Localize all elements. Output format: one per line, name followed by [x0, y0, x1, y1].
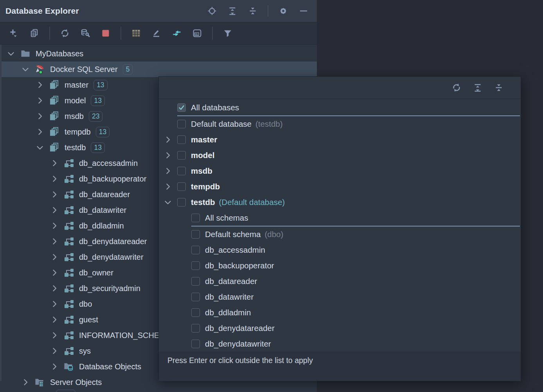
popup-row[interactable]: db_denydatareader: [159, 320, 521, 336]
popup-row[interactable]: model: [159, 147, 521, 163]
edit-icon: [152, 29, 161, 38]
popup-row[interactable]: db_denydatawriter: [159, 336, 521, 352]
tree-row[interactable]: MyDatabases: [0, 46, 317, 61]
popup-item-label: db_accessadmin: [205, 245, 265, 255]
checkbox[interactable]: [191, 293, 200, 301]
chevron-right-icon[interactable]: [50, 237, 59, 246]
chevron-right-icon[interactable]: [50, 362, 59, 371]
schema-icon: [64, 174, 74, 184]
stop-button[interactable]: [100, 28, 111, 39]
checkbox[interactable]: [191, 324, 200, 333]
chevron-right-icon[interactable]: [50, 346, 59, 356]
chevron-right-icon[interactable]: [35, 80, 45, 90]
chevron-down-icon[interactable]: [21, 65, 30, 74]
panel-left-strip: [0, 45, 2, 381]
checkbox[interactable]: [191, 214, 200, 222]
popup-row[interactable]: master: [159, 132, 521, 147]
locate-button[interactable]: [207, 5, 218, 16]
table-button[interactable]: [131, 28, 142, 39]
chevron-down-icon[interactable]: [163, 198, 173, 207]
chevron-right-icon[interactable]: [50, 158, 59, 168]
popup-row[interactable]: db_backupoperator: [159, 258, 521, 273]
checkbox[interactable]: [177, 103, 186, 112]
popup-row[interactable]: db_datareader: [159, 273, 521, 289]
popup-item-label: tempdb: [191, 182, 220, 191]
popup-row[interactable]: Default schema(dbo): [159, 227, 521, 242]
chevron-right-icon[interactable]: [50, 252, 59, 262]
popup-row[interactable]: testdb(Default database): [159, 194, 521, 210]
chevron-down-icon[interactable]: [35, 143, 45, 152]
popup-row[interactable]: db_ddladmin: [159, 305, 521, 320]
console-button[interactable]: QL: [192, 28, 203, 39]
checkbox[interactable]: [191, 308, 200, 317]
popup-row[interactable]: All schemas: [159, 210, 521, 226]
hide-button[interactable]: [298, 5, 309, 16]
count-badge: 13: [91, 95, 104, 106]
chevron-right-icon[interactable]: [50, 299, 59, 309]
chevron-right-icon[interactable]: [21, 378, 30, 387]
filter-button[interactable]: [222, 28, 233, 39]
checkbox[interactable]: [191, 246, 200, 254]
popup-row[interactable]: tempdb: [159, 179, 521, 194]
checkbox[interactable]: [191, 230, 200, 239]
tree-item-label: Docker SQL Server: [50, 65, 118, 74]
chevron-right-icon[interactable]: [35, 111, 45, 121]
popup-row[interactable]: All databases: [159, 100, 521, 115]
add-button[interactable]: [9, 28, 20, 39]
popup-list: All databasesDefault database(testdb)mas…: [159, 99, 521, 352]
stop-icon: [101, 29, 110, 38]
chevron-right-icon[interactable]: [50, 284, 59, 293]
chevron-right-icon[interactable]: [50, 331, 59, 340]
expand-all-button[interactable]: [472, 82, 483, 93]
popup-footer: Press Enter or click outside the list to…: [159, 352, 521, 381]
checkbox[interactable]: [177, 167, 186, 175]
chevron-right-icon[interactable]: [50, 268, 59, 277]
count-badge: 5: [123, 64, 133, 75]
chevron-right-icon[interactable]: [50, 190, 59, 199]
popup-item-label: Default schema: [205, 230, 261, 239]
chevron-down-icon[interactable]: [6, 49, 16, 58]
schema-icon: [64, 189, 74, 200]
settings-button[interactable]: [278, 5, 289, 16]
panel-title: Database Explorer: [5, 6, 79, 16]
checkbox[interactable]: [191, 340, 200, 348]
chevron-right-icon[interactable]: [50, 205, 59, 215]
tree-item-label: sys: [79, 347, 91, 356]
tree-row[interactable]: Docker SQL Server5: [0, 61, 317, 77]
chevron-right-icon[interactable]: [50, 174, 59, 183]
checkbox[interactable]: [177, 151, 186, 160]
svg-text:QL: QL: [195, 33, 198, 36]
refresh-button[interactable]: [451, 82, 462, 93]
collapse-all-button[interactable]: [493, 82, 504, 93]
checkbox[interactable]: [177, 135, 186, 144]
refresh-button[interactable]: [59, 28, 70, 39]
chevron-right-icon[interactable]: [50, 315, 59, 324]
popup-row[interactable]: Default database(testdb): [159, 116, 521, 132]
checkbox[interactable]: [177, 198, 186, 207]
chevron-right-icon[interactable]: [163, 166, 173, 176]
popup-row[interactable]: db_accessadmin: [159, 242, 521, 258]
collapse-all-button[interactable]: [247, 5, 258, 16]
chevron-right-icon[interactable]: [50, 221, 59, 230]
expand-all-button[interactable]: [227, 5, 238, 16]
tree-item-label: db_datareader: [79, 190, 130, 199]
data-source-properties-button[interactable]: [80, 28, 91, 39]
checkbox[interactable]: [191, 277, 200, 286]
edit-button[interactable]: [151, 28, 162, 39]
chevron-right-icon[interactable]: [163, 151, 173, 160]
popup-row[interactable]: msdb: [159, 163, 521, 179]
chevron-right-icon[interactable]: [35, 96, 45, 105]
chevron-right-icon[interactable]: [163, 182, 173, 191]
schema-icon: [64, 221, 74, 231]
popup-row[interactable]: db_datawriter: [159, 289, 521, 305]
refresh-icon: [60, 29, 70, 38]
database-selection-popup: All databasesDefault database(testdb)mas…: [158, 76, 521, 379]
checkbox[interactable]: [191, 261, 200, 270]
checkbox[interactable]: [177, 120, 186, 128]
checkbox[interactable]: [177, 182, 186, 191]
jump-to-console-button[interactable]: [171, 28, 182, 39]
chevron-right-icon[interactable]: [35, 127, 45, 137]
chevron-right-icon[interactable]: [163, 135, 173, 144]
duplicate-button[interactable]: [29, 28, 40, 39]
chevron-spacer: [163, 103, 173, 112]
